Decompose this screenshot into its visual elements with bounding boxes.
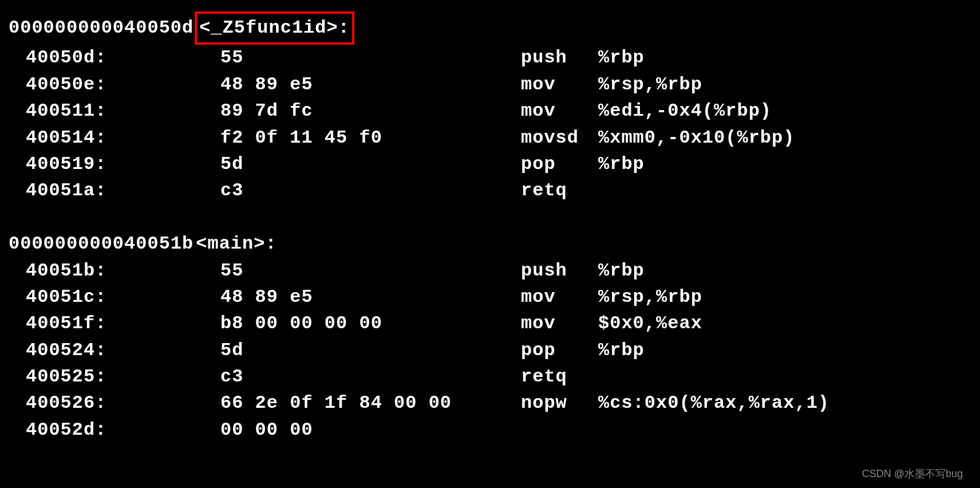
- asm-mnemonic: push: [521, 45, 598, 71]
- section-address: 000000000040051b: [9, 231, 193, 257]
- asm-offset: 400511:: [26, 98, 220, 124]
- asm-mnemonic: nopw: [521, 390, 598, 416]
- blank-line: [9, 204, 971, 231]
- asm-mnemonic: mov: [521, 284, 598, 310]
- asm-mnemonic: retq: [521, 178, 598, 204]
- section-symbol: <main>:: [193, 231, 279, 257]
- asm-offset: 40050d:: [26, 45, 220, 71]
- asm-operands: %rbp: [598, 258, 645, 284]
- asm-mnemonic: movsd: [521, 125, 598, 151]
- asm-offset: 40051c:: [26, 284, 220, 310]
- asm-hex-bytes: 48 89 e5: [220, 284, 521, 310]
- asm-mnemonic: mov: [521, 98, 598, 124]
- asm-line: 40051a:c3retq: [9, 178, 971, 204]
- asm-offset: 400525:: [26, 364, 220, 390]
- asm-operands: %rsp,%rbp: [598, 72, 702, 98]
- asm-mnemonic: pop: [521, 151, 598, 178]
- asm-operands: %rbp: [598, 151, 645, 178]
- asm-offset: 40050e:: [26, 72, 220, 98]
- asm-line: 400511:89 7d fcmov%edi,-0x4(%rbp): [9, 98, 971, 124]
- asm-mnemonic: [521, 417, 598, 443]
- asm-offset: 400514:: [26, 125, 220, 151]
- asm-hex-bytes: 55: [220, 45, 521, 71]
- asm-offset: 40051b:: [26, 258, 220, 284]
- asm-hex-bytes: b8 00 00 00 00: [220, 310, 521, 337]
- asm-line: 400519:5dpop%rbp: [9, 151, 971, 178]
- asm-offset: 400524:: [26, 337, 220, 364]
- watermark-text: CSDN @水墨不写bug: [862, 466, 963, 481]
- section-header: 000000000040050d <_Z5func1id>:: [9, 11, 971, 45]
- asm-operands: %cs:0x0(%rax,%rax,1): [598, 390, 829, 416]
- asm-line: 40051f:b8 00 00 00 00mov$0x0,%eax: [9, 310, 971, 337]
- section-header: 000000000040051b <main>:: [9, 231, 971, 257]
- asm-mnemonic: retq: [521, 364, 598, 390]
- asm-hex-bytes: 5d: [220, 151, 521, 178]
- asm-offset: 40052d:: [26, 417, 220, 443]
- asm-line: 40050e:48 89 e5mov%rsp,%rbp: [9, 72, 971, 98]
- asm-operands: %edi,-0x4(%rbp): [598, 98, 772, 124]
- asm-line: 400514:f2 0f 11 45 f0movsd%xmm0,-0x10(%r…: [9, 125, 971, 151]
- asm-line: 400524:5dpop%rbp: [9, 337, 971, 364]
- asm-operands: $0x0,%eax: [598, 310, 702, 337]
- asm-hex-bytes: f2 0f 11 45 f0: [220, 125, 521, 151]
- asm-operands: %rbp: [598, 45, 645, 71]
- asm-offset: 400526:: [26, 390, 220, 416]
- section-symbol: <_Z5func1id>:: [195, 11, 354, 45]
- asm-hex-bytes: c3: [220, 364, 521, 390]
- asm-line: 40050d:55push%rbp: [9, 45, 971, 71]
- asm-line: 40052d:00 00 00: [9, 417, 971, 443]
- asm-offset: 40051a:: [26, 178, 220, 204]
- asm-hex-bytes: c3: [220, 178, 521, 204]
- asm-operands: %xmm0,-0x10(%rbp): [598, 125, 795, 151]
- asm-line: 400526:66 2e 0f 1f 84 00 00nopw%cs:0x0(%…: [9, 390, 971, 416]
- asm-offset: 400519:: [26, 151, 220, 178]
- asm-mnemonic: push: [521, 258, 598, 284]
- disassembly-output: 000000000040050d <_Z5func1id>:40050d:55p…: [9, 11, 971, 443]
- asm-mnemonic: pop: [521, 337, 598, 364]
- asm-mnemonic: mov: [521, 310, 598, 337]
- asm-mnemonic: mov: [521, 72, 598, 98]
- asm-hex-bytes: 55: [220, 258, 521, 284]
- asm-hex-bytes: 48 89 e5: [220, 72, 521, 98]
- asm-operands: %rsp,%rbp: [598, 284, 702, 310]
- asm-line: 40051c:48 89 e5mov%rsp,%rbp: [9, 284, 971, 310]
- asm-hex-bytes: 89 7d fc: [220, 98, 521, 124]
- asm-line: 40051b:55push%rbp: [9, 258, 971, 284]
- section-address: 000000000040050d: [9, 15, 193, 41]
- asm-hex-bytes: 5d: [220, 337, 521, 364]
- asm-hex-bytes: 00 00 00: [220, 417, 521, 443]
- asm-offset: 40051f:: [26, 310, 220, 337]
- asm-operands: %rbp: [598, 337, 645, 364]
- asm-hex-bytes: 66 2e 0f 1f 84 00 00: [220, 390, 521, 416]
- asm-line: 400525:c3retq: [9, 364, 971, 390]
